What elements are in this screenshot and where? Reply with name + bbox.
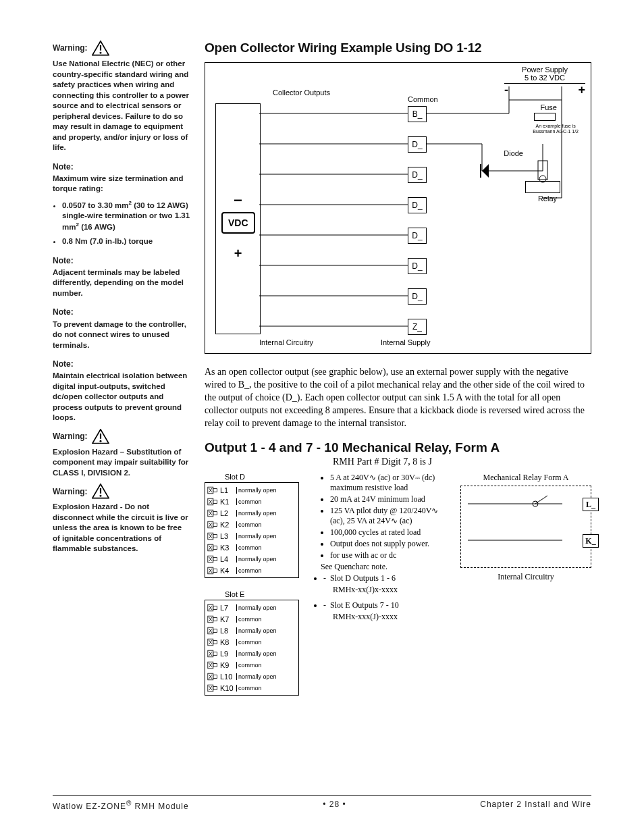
internal-circuitry-label: Internal Circuitry (259, 338, 313, 346)
slot-d-part: RMHx-xx(J)x-xxxx (333, 585, 452, 595)
screw-terminal-icon (207, 683, 219, 693)
footer-left: Watlow EZ-ZONE® RMH Module (53, 800, 189, 811)
terminal-id: L2 (220, 509, 235, 517)
relay-form-a-diagram: Mechanical Relay Form A L_ K_ Internal C… (460, 473, 591, 708)
note-2-body: Adjacent terminals may be labeled differ… (53, 267, 191, 299)
screw-terminal-icon (207, 509, 219, 518)
svg-point-2 (99, 52, 101, 54)
svg-rect-58 (213, 558, 217, 561)
svg-marker-22 (482, 164, 489, 178)
terminal-label: common (236, 639, 297, 646)
terminal-label: normally open (236, 627, 297, 634)
terminal-label: normally open (236, 487, 297, 494)
terminal-row: K2common (207, 519, 297, 530)
screw-terminal-icon (207, 531, 219, 541)
terminal-label: common (236, 544, 297, 551)
page-footer: Watlow EZ-ZONE® RMH Module • 28 • Chapte… (53, 795, 591, 811)
specs-bullets: 5 A at 240V∿ (ac) or 30V⎓ (dc) maximum r… (321, 473, 452, 708)
terminal-id: L9 (220, 650, 235, 658)
slot-d-frame: L1normally openK1commonL2normally openK2… (205, 482, 299, 578)
rmh-subtitle: RMH Part # Digit 7, 8 is J (205, 457, 591, 467)
terminal-z: Z_ (408, 319, 427, 335)
spec-item: 125 VA pilot duty @ 120/240V∿ (ac), 25 V… (330, 506, 452, 526)
section-heading-2: Output 1 - 4 and 7 - 10 Mechanical Relay… (205, 440, 591, 455)
terminal-id: L7 (220, 604, 235, 612)
screw-terminal-icon (207, 615, 219, 624)
svg-point-5 (99, 440, 101, 442)
note-3-heading: Note: (53, 307, 191, 317)
ps-minus: - (504, 83, 508, 97)
screw-terminal-icon (207, 637, 219, 647)
vdc-block: − VDC + (215, 103, 261, 334)
note-1-item-1: 0.0507 to 3.30 mm2 (30 to 12 AWG) single… (62, 200, 191, 232)
main-content: Open Collector Wiring Example Using DO 1… (205, 41, 591, 708)
terminal-row: K9common (207, 659, 297, 671)
slot-column: Slot D L1normally openK1commonL2normally… (205, 473, 313, 708)
terminal-id: K4 (220, 567, 235, 575)
terminal-label: common (236, 567, 297, 574)
relay-dashed-box: L_ K_ (460, 486, 591, 568)
terminal-id: K1 (220, 498, 235, 506)
screw-terminal-icon (207, 660, 219, 670)
terminal-label: normally open (236, 650, 297, 657)
svg-rect-70 (213, 618, 217, 621)
relay-icon (525, 181, 560, 193)
warning-3-heading: Warning: (53, 484, 191, 499)
note-3-body: To prevent damage to the controller, do … (53, 319, 191, 351)
terminal-row: L4normally open (207, 553, 297, 565)
svg-rect-38 (213, 500, 217, 504)
terminal-label: normally open (236, 604, 297, 611)
terminal-id: K8 (220, 638, 235, 646)
terminal-label: common (236, 521, 297, 528)
note-1-body: Maximum wire size termination and torque… (53, 174, 191, 194)
slot-e-title: Slot E (205, 590, 313, 598)
terminal-label: normally open (236, 533, 297, 540)
svg-rect-54 (213, 546, 217, 550)
terminal-row: L1normally open (207, 484, 297, 496)
footer-right: Chapter 2 Install and Wire (480, 800, 591, 811)
terminal-label: common (236, 498, 297, 505)
fuse-note: An example fuse is Bussmann AGC-1 1/2 (533, 124, 579, 134)
terminal-id: L10 (220, 673, 235, 681)
svg-rect-66 (213, 606, 217, 610)
relay-wires-icon (461, 486, 591, 567)
screw-terminal-icon (207, 520, 219, 529)
terminal-row: L8normally open (207, 625, 297, 636)
relay-terminal-l: L_ (583, 498, 599, 511)
footer-page-number: • 28 • (323, 800, 346, 811)
note-4-body: Maintain electrical isolation between di… (53, 371, 191, 423)
note-1-list: 0.0507 to 3.30 mm2 (30 to 12 AWG) single… (53, 200, 191, 247)
terminal-row: L9normally open (207, 648, 297, 659)
screw-terminal-icon (207, 554, 219, 564)
diode-label: Diode (504, 149, 523, 157)
minus-symbol: − (234, 192, 242, 209)
terminal-row: K3common (207, 542, 297, 553)
terminal-row: L7normally open (207, 602, 297, 613)
note-2-heading: Note: (53, 255, 191, 266)
relay-diagram-title: Mechanical Relay Form A (460, 473, 591, 483)
terminal-id: K7 (220, 615, 235, 623)
terminal-d: D_ (408, 228, 427, 244)
relay-label: Relay (538, 194, 557, 203)
relay-terminal-k: K_ (583, 534, 599, 548)
svg-rect-46 (213, 523, 217, 527)
slot-d-out: - Slot D Outputs 1 - 6 (323, 573, 452, 583)
terminal-id: L8 (220, 627, 235, 635)
screw-terminal-icon (207, 649, 219, 658)
terminal-b: B_ (408, 106, 427, 122)
spec-item: 5 A at 240V∿ (ac) or 30V⎓ (dc) maximum r… (330, 473, 452, 493)
collector-outputs-label: Collector Outputs (273, 88, 330, 97)
terminal-row: L10normally open (207, 671, 297, 682)
terminal-row: K1common (207, 496, 297, 507)
note-1-heading: Note: (53, 161, 191, 172)
spec-item: for use with ac or dc (330, 550, 452, 561)
terminal-row: K8common (207, 636, 297, 648)
power-supply-line2: 5 to 32 VDC (504, 74, 585, 82)
description-paragraph: As an open collector output (see graphic… (205, 366, 591, 429)
alert-icon (92, 484, 109, 499)
vdc-label: VDC (221, 212, 255, 234)
screw-terminal-icon (207, 566, 219, 575)
terminal-label: common (236, 685, 297, 692)
svg-rect-50 (213, 535, 217, 538)
ps-plus: + (578, 83, 585, 97)
